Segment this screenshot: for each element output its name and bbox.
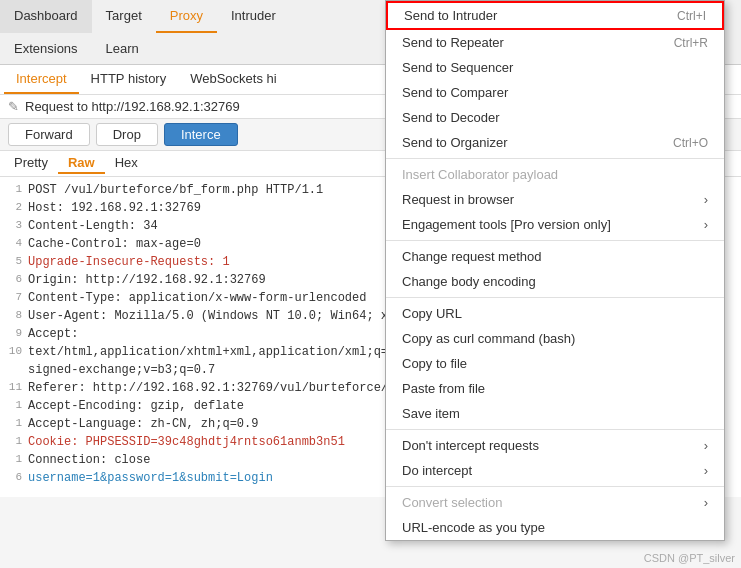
- forward-button[interactable]: Forward: [8, 123, 90, 146]
- drop-button[interactable]: Drop: [96, 123, 158, 146]
- menu-item: Insert Collaborator payload: [386, 162, 724, 187]
- menu-item[interactable]: Save item: [386, 401, 724, 426]
- menu-item[interactable]: Paste from file: [386, 376, 724, 401]
- menu-item[interactable]: Send to Decoder: [386, 105, 724, 130]
- nav-proxy[interactable]: Proxy: [156, 0, 217, 33]
- watermark: CSDN @PT_silver: [644, 552, 735, 564]
- tab-http-history[interactable]: HTTP history: [79, 65, 179, 94]
- menu-item[interactable]: Copy to file: [386, 351, 724, 376]
- tab-intercept[interactable]: Intercept: [4, 65, 79, 94]
- pencil-icon: ✎: [8, 99, 19, 114]
- menu-item[interactable]: Send to IntruderCtrl+I: [386, 1, 724, 30]
- menu-divider: [386, 158, 724, 159]
- menu-divider: [386, 240, 724, 241]
- menu-item[interactable]: URL-encode as you type: [386, 515, 724, 540]
- menu-item: Convert selection›: [386, 490, 724, 515]
- menu-item[interactable]: Request in browser›: [386, 187, 724, 212]
- nav-target[interactable]: Target: [92, 0, 156, 33]
- menu-item[interactable]: Copy URL: [386, 301, 724, 326]
- menu-item[interactable]: Engagement tools [Pro version only]›: [386, 212, 724, 237]
- tab-hex[interactable]: Hex: [105, 153, 148, 174]
- tab-websockets[interactable]: WebSockets hi: [178, 65, 288, 94]
- nav-dashboard[interactable]: Dashboard: [0, 0, 92, 33]
- nav-intruder[interactable]: Intruder: [217, 0, 290, 33]
- intercept-button[interactable]: Interce: [164, 123, 238, 146]
- menu-item[interactable]: Don't intercept requests›: [386, 433, 724, 458]
- nav-extensions[interactable]: Extensions: [0, 33, 92, 64]
- menu-divider: [386, 429, 724, 430]
- menu-item[interactable]: Copy as curl command (bash): [386, 326, 724, 351]
- nav-learn[interactable]: Learn: [92, 33, 153, 64]
- menu-divider: [386, 297, 724, 298]
- tab-raw[interactable]: Raw: [58, 153, 105, 174]
- request-url: Request to http://192.168.92.1:32769: [25, 99, 240, 114]
- menu-item[interactable]: Change body encoding: [386, 269, 724, 294]
- menu-item[interactable]: Send to RepeaterCtrl+R: [386, 30, 724, 55]
- context-menu: Send to IntruderCtrl+ISend to RepeaterCt…: [385, 0, 725, 541]
- tab-pretty[interactable]: Pretty: [4, 153, 58, 174]
- menu-divider: [386, 486, 724, 487]
- menu-item[interactable]: Send to Sequencer: [386, 55, 724, 80]
- menu-item[interactable]: Send to OrganizerCtrl+O: [386, 130, 724, 155]
- menu-item[interactable]: Change request method: [386, 244, 724, 269]
- menu-item[interactable]: Send to Comparer: [386, 80, 724, 105]
- menu-item[interactable]: Do intercept›: [386, 458, 724, 483]
